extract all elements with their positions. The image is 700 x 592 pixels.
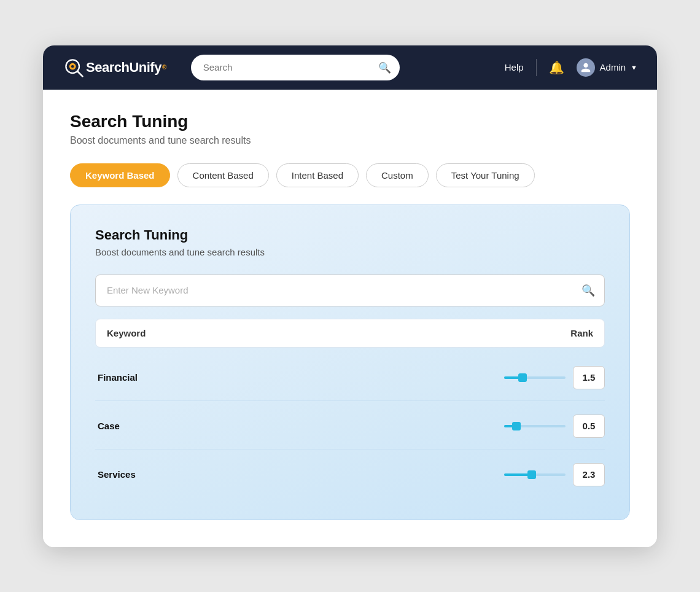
table-row: Services 2.3 xyxy=(95,452,605,497)
admin-avatar xyxy=(577,58,595,77)
keyword-label: Financial xyxy=(98,372,504,383)
header-divider xyxy=(536,59,537,76)
tab-intent-based[interactable]: Intent Based xyxy=(276,163,359,187)
tab-custom[interactable]: Custom xyxy=(366,163,429,187)
col-keyword-header: Keyword xyxy=(107,328,146,338)
keyword-label: Case xyxy=(98,421,504,431)
help-link[interactable]: Help xyxy=(505,62,524,72)
slider-thumb[interactable] xyxy=(527,470,536,479)
tabs-bar: Keyword Based Content Based Intent Based… xyxy=(70,163,630,187)
slider-wrap: 1.5 xyxy=(504,366,605,389)
slider-track[interactable] xyxy=(504,473,566,476)
svg-line-3 xyxy=(77,71,82,76)
slider-wrap: 0.5 xyxy=(504,415,605,438)
table-header: Keyword Rank xyxy=(95,319,605,348)
admin-label: Admin xyxy=(600,62,626,72)
slider-track[interactable] xyxy=(504,425,566,427)
logo-icon xyxy=(63,56,85,79)
slider-thumb[interactable] xyxy=(512,422,521,430)
app-header: SearchUnify® 🔍 Help 🔔 Admin ▼ xyxy=(43,45,657,90)
logo-trademark: ® xyxy=(162,64,166,71)
keyword-input-wrap: 🔍 xyxy=(95,275,605,306)
rank-value[interactable]: 1.5 xyxy=(573,366,605,389)
card-title: Search Tuning xyxy=(95,227,605,243)
table-row: Case 0.5 xyxy=(95,403,605,450)
admin-menu-button[interactable]: Admin ▼ xyxy=(577,58,637,77)
page-content: Search Tuning Boost documents and tune s… xyxy=(43,90,657,547)
keyword-rows: Financial 1.5 Case xyxy=(95,355,605,497)
header-search-wrap: 🔍 xyxy=(191,55,400,80)
tab-test-your-tuning[interactable]: Test Your Tuning xyxy=(436,163,535,187)
tab-content-based[interactable]: Content Based xyxy=(177,163,269,187)
inner-card: Search Tuning Boost documents and tune s… xyxy=(70,204,630,520)
logo: SearchUnify® xyxy=(63,56,166,79)
slider-wrap: 2.3 xyxy=(504,463,605,486)
tab-keyword-based[interactable]: Keyword Based xyxy=(70,163,170,187)
card-subtitle: Boost documents and tune search results xyxy=(95,247,605,257)
notification-bell-icon[interactable]: 🔔 xyxy=(549,60,564,75)
header-search-icon: 🔍 xyxy=(378,61,391,74)
svg-point-2 xyxy=(71,64,74,68)
table-row: Financial 1.5 xyxy=(95,355,605,401)
logo-text: SearchUnify xyxy=(86,60,161,76)
col-rank-header: Rank xyxy=(570,328,593,338)
page-subtitle: Boost documents and tune search results xyxy=(70,135,630,146)
rank-value[interactable]: 2.3 xyxy=(573,463,605,486)
header-right: Help 🔔 Admin ▼ xyxy=(505,58,637,77)
header-search-input[interactable] xyxy=(191,55,400,80)
slider-track[interactable] xyxy=(504,376,566,379)
page-title: Search Tuning xyxy=(70,112,630,131)
rank-value[interactable]: 0.5 xyxy=(573,415,605,438)
app-window: SearchUnify® 🔍 Help 🔔 Admin ▼ Search Tun… xyxy=(43,45,657,547)
keyword-search-icon: 🔍 xyxy=(581,284,595,297)
admin-chevron-icon: ▼ xyxy=(631,64,637,71)
slider-thumb[interactable] xyxy=(518,373,527,382)
keyword-input[interactable] xyxy=(95,275,605,306)
keyword-label: Services xyxy=(98,469,504,480)
